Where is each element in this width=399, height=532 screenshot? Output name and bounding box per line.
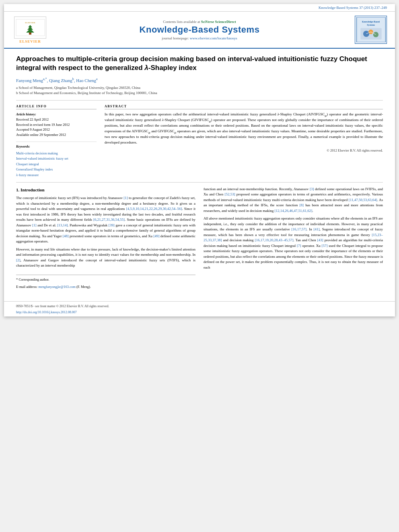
affiliation-a: a School of Management, Qingdao Technolo… xyxy=(16,86,140,90)
elsevier-wordmark: ELSEVIER xyxy=(19,39,41,43)
history-label: Article history: xyxy=(16,113,36,116)
elsevier-branding: ELSEVIER ELSEVIER xyxy=(12,16,48,43)
journal-header-center: Contents lists available at SciVerse Sci… xyxy=(52,20,347,40)
corr-email[interactable]: mengfanyongjie@163.com xyxy=(38,285,76,289)
keyword-1[interactable]: Multi-criteria decision making xyxy=(16,151,97,156)
doi-line: http://dx.doi.org/10.1016/j.knosys.2012.… xyxy=(16,310,383,314)
keyword-2[interactable]: Interval-valued intuitionistic fuzzy set xyxy=(16,156,97,162)
revised-date: Received in revised form 19 June 2012 xyxy=(16,123,70,127)
keyword-3[interactable]: Choquet integral xyxy=(16,162,97,167)
divider-1 xyxy=(16,100,383,101)
page-header: ELSEVIER ELSEVIER Contents lists availab… xyxy=(4,12,395,49)
kbs-logo-area: Knowledge-Based Systems xyxy=(351,16,387,44)
svg-text:Knowledge-Based: Knowledge-Based xyxy=(362,21,380,23)
copyright-line: © 2012 Elsevier B.V. All rights reserved… xyxy=(105,148,383,152)
sciverse-link[interactable]: SciVerse ScienceDirect xyxy=(201,20,236,24)
keyword-5[interactable]: λ-fuzzy measure xyxy=(16,173,97,178)
body-col-left: 1. Introduction The concept of intuition… xyxy=(16,187,195,292)
corr-email-line: E-mail address: mengfanyongjie@163.com (… xyxy=(16,284,195,290)
body-col-right: function and an interval non-membership … xyxy=(204,187,383,292)
issn-line: 0950-7051/$ - see front matter © 2012 El… xyxy=(16,304,383,309)
affiliations: a School of Management, Qingdao Technolo… xyxy=(16,85,383,96)
page-footer: 0950-7051/$ - see front matter © 2012 El… xyxy=(4,301,395,316)
available-date: Available online 29 September 2012 xyxy=(16,133,66,137)
keywords-label: Keywords: xyxy=(16,144,97,150)
doi-link[interactable]: http://dx.doi.org/10.1016/j.knosys.2012.… xyxy=(16,310,77,314)
kbs-logo: Knowledge-Based Systems xyxy=(355,16,387,44)
received-date: Received 22 April 2012 xyxy=(16,117,49,121)
body-columns: 1. Introduction The concept of intuition… xyxy=(16,187,383,292)
svg-point-12 xyxy=(373,32,378,37)
lambda-symbol: λ xyxy=(144,64,148,72)
divider-2 xyxy=(16,182,383,183)
intro-para-2: However, in many real life situations wh… xyxy=(16,247,195,269)
right-para-2: All above mentioned intuitionistic fuzzy… xyxy=(204,216,383,270)
section-1-title: 1. Introduction xyxy=(16,187,195,193)
abstract-heading: ABSTRACT xyxy=(105,105,383,109)
svg-text:Systems: Systems xyxy=(367,24,375,26)
journal-title: Knowledge-Based Systems xyxy=(52,25,347,35)
main-content: Approaches to multiple-criteria group de… xyxy=(4,49,395,298)
svg-text:ELSEVIER: ELSEVIER xyxy=(25,22,35,24)
divider-keywords xyxy=(16,142,97,142)
article-info-heading: ARTICLE INFO xyxy=(16,105,97,109)
journal-citation: Knowledge-Based Systems 37 (2013) 237–24… xyxy=(319,6,387,10)
kbs-logo-svg: Knowledge-Based Systems xyxy=(356,17,386,42)
svg-rect-5 xyxy=(29,33,31,35)
corr-footnote: * Corresponding author. E-mail address: … xyxy=(16,275,195,290)
info-abstract-cols: ARTICLE INFO Article history: Received 2… xyxy=(16,105,383,178)
article-history: Article history: Received 22 April 2012 … xyxy=(16,112,97,138)
journal-bar: Knowledge-Based Systems 37 (2013) 237–24… xyxy=(4,4,395,12)
authors-line: Fanyong Menga,*, Qiang Zhangb, Hao Cheng… xyxy=(16,77,383,83)
page: Knowledge-Based Systems 37 (2013) 237–24… xyxy=(4,4,395,316)
article-info-col: ARTICLE INFO Article history: Received 2… xyxy=(16,105,97,178)
accepted-date: Accepted 9 August 2012 xyxy=(16,127,50,131)
sciverse-line: Contents lists available at SciVerse Sci… xyxy=(52,20,347,24)
keyword-4[interactable]: Generalized Shapley index xyxy=(16,167,97,173)
article-title: Approaches to multiple-criteria group de… xyxy=(16,55,383,72)
right-para-1: function and an interval non-membership … xyxy=(204,187,383,214)
journal-homepage: journal homepage: www.elsevier.com/locat… xyxy=(52,36,347,40)
corr-author-line: * Corresponding author. xyxy=(16,277,195,282)
elsevier-logo-box: ELSEVIER xyxy=(14,16,46,39)
homepage-url[interactable]: www.elsevier.com/locate/knosys xyxy=(190,36,237,40)
intro-para-1: The concept of intuitionistic fuzzy set … xyxy=(16,195,195,244)
abstract-text: In this paper, two new aggregation opera… xyxy=(105,112,383,145)
keywords-block: Keywords: Multi-criteria decision making… xyxy=(16,144,97,178)
svg-point-10 xyxy=(363,31,369,37)
affiliation-b: b School of Management and Economics, Be… xyxy=(16,91,157,95)
elsevier-logo-svg: ELSEVIER xyxy=(15,18,45,37)
abstract-col: ABSTRACT In this paper, two new aggregat… xyxy=(105,105,383,178)
